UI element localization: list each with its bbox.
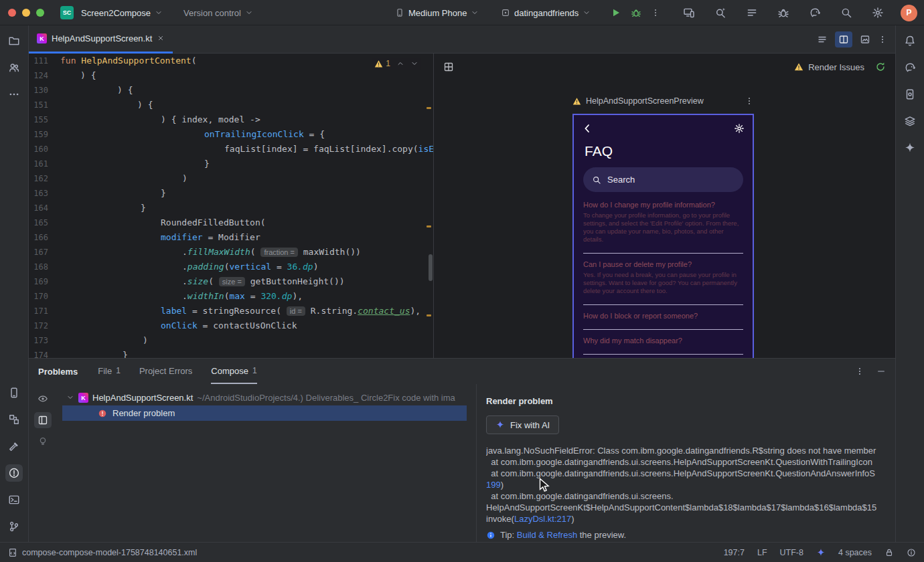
debug-button[interactable] xyxy=(631,7,641,18)
device-manager-icon[interactable] xyxy=(901,86,919,103)
code-line-174[interactable]: 174} xyxy=(29,348,433,358)
code-line-163[interactable]: 163} xyxy=(29,186,433,201)
code-line-169[interactable]: 169.size( size = getButtonHeight()) xyxy=(29,274,433,289)
profiler-icon[interactable] xyxy=(775,4,792,21)
close-window-button[interactable] xyxy=(8,9,16,17)
file-encoding[interactable]: UTF-8 xyxy=(780,548,803,557)
cursor-position[interactable]: 197:7 xyxy=(724,548,745,557)
project-selector[interactable]: Screen2Compose xyxy=(78,5,165,21)
gradle-icon[interactable] xyxy=(806,4,824,21)
editor-scrollbar[interactable] xyxy=(429,254,433,281)
lock-icon[interactable] xyxy=(884,548,894,557)
ai-status-icon[interactable] xyxy=(816,548,826,557)
warning-stripe-mark[interactable] xyxy=(427,225,431,227)
bell-icon[interactable] xyxy=(901,32,919,50)
code-line-171[interactable]: 171label = stringResource( id = R.string… xyxy=(29,304,433,318)
gemini-icon[interactable] xyxy=(901,139,919,157)
editor-options-icon[interactable] xyxy=(878,35,887,44)
more-icon[interactable] xyxy=(5,86,23,103)
hide-panel-icon[interactable] xyxy=(876,367,886,376)
fix-with-ai-button[interactable]: Fix with AI xyxy=(486,415,559,434)
macos-traffic-lights[interactable] xyxy=(8,9,44,17)
preview-layout-icon[interactable] xyxy=(443,62,454,72)
minimize-window-button[interactable] xyxy=(22,9,30,17)
build-icon[interactable] xyxy=(5,438,23,455)
tab-project-errors[interactable]: Project Errors xyxy=(139,359,192,384)
problems-icon[interactable] xyxy=(5,464,23,482)
run-configuration-selector[interactable]: datingandfriends xyxy=(498,5,593,21)
statusbar-file-widget[interactable]: compose-compose-model-1758748140651.xml xyxy=(8,548,197,557)
faq-item[interactable]: How do I block or report someone? xyxy=(583,312,743,330)
code-line-124[interactable]: 124) { xyxy=(29,68,433,83)
search-icon[interactable] xyxy=(838,4,855,21)
next-issue-icon[interactable] xyxy=(410,60,418,68)
code-line-165[interactable]: 165RoundedFilledButton( xyxy=(29,215,433,230)
more-actions-icon[interactable] xyxy=(651,8,660,17)
warning-stripe-mark[interactable] xyxy=(427,107,431,109)
indent-widget[interactable]: 4 spaces xyxy=(838,548,872,557)
code-line-172[interactable]: 172onClick = contactUsOnClick xyxy=(29,318,433,333)
code-line-155[interactable]: 155) { index, model -> xyxy=(29,112,433,127)
ai-search-icon[interactable] xyxy=(712,4,729,21)
code-line-167[interactable]: 167.fillMaxWidth( fraction = maxWidth()) xyxy=(29,245,433,260)
code-line-130[interactable]: 130) { xyxy=(29,83,433,98)
chevron-down-icon[interactable] xyxy=(66,393,74,401)
render-issues-button[interactable]: Render Issues xyxy=(794,62,864,72)
preview-frame[interactable]: FAQ Search How do I change my profile in… xyxy=(572,114,754,358)
preview-toggle-button[interactable] xyxy=(34,391,52,407)
tab-file[interactable]: File1 xyxy=(98,359,121,384)
inspection-widget[interactable]: 1 xyxy=(372,58,421,70)
inspection-icon[interactable] xyxy=(5,411,23,428)
code-line-173[interactable]: 173) xyxy=(29,333,433,348)
terminal-icon[interactable] xyxy=(5,491,23,508)
zoom-window-button[interactable] xyxy=(36,9,44,17)
faq-item[interactable]: Can I pause or delete my profile?Yes. If… xyxy=(583,260,743,305)
quick-fix-button[interactable] xyxy=(34,434,52,450)
stack-trace-link[interactable]: LazyDsl.kt:217 xyxy=(514,514,571,524)
faq-search-bar[interactable]: Search xyxy=(583,167,743,192)
device-selector[interactable]: Medium Phone xyxy=(392,5,481,21)
line-separator[interactable]: LF xyxy=(757,548,767,557)
previous-issue-icon[interactable] xyxy=(396,60,404,68)
code-line-164[interactable]: 164} xyxy=(29,201,433,215)
list-icon[interactable] xyxy=(743,4,761,21)
monitor-icon[interactable] xyxy=(680,4,698,21)
tab-compose[interactable]: Compose1 xyxy=(211,359,256,384)
code-view-button[interactable] xyxy=(814,31,831,48)
panel-options-icon[interactable] xyxy=(855,367,864,376)
code-line-161[interactable]: 161} xyxy=(29,157,433,171)
stack-trace-link[interactable]: 199 xyxy=(486,480,501,490)
settings-gear-icon[interactable] xyxy=(734,123,745,134)
faq-item[interactable]: Why did my match disappear? xyxy=(583,337,743,355)
build-refresh-icon[interactable] xyxy=(875,62,886,72)
faq-item[interactable]: How do I change my profile information?T… xyxy=(583,201,743,254)
preview-options-icon[interactable] xyxy=(745,96,754,106)
gear-icon[interactable] xyxy=(869,4,887,21)
split-view-button[interactable] xyxy=(835,31,852,48)
device-icon[interactable] xyxy=(5,384,23,401)
render-problem-node[interactable]: Render problem xyxy=(62,405,467,421)
code-line-166[interactable]: 166modifier = Modifier xyxy=(29,230,433,245)
close-icon[interactable] xyxy=(157,34,165,42)
folder-icon[interactable] xyxy=(5,32,23,50)
users-icon[interactable] xyxy=(5,59,23,76)
code-line-170[interactable]: 170.widthIn(max = 320.dp), xyxy=(29,289,433,304)
vcs-icon[interactable] xyxy=(5,518,23,535)
code-line-160[interactable]: 160faqList[index] = faqList[index].copy(… xyxy=(29,142,433,157)
build-refresh-link[interactable]: Build & Refresh xyxy=(517,530,577,540)
warning-stripe-mark[interactable] xyxy=(427,314,431,316)
code-line-162[interactable]: 162) xyxy=(29,171,433,186)
code-line-168[interactable]: 168.padding(vertical = 36.dp) xyxy=(29,260,433,274)
gradle-icon[interactable] xyxy=(901,59,919,76)
code-line-159[interactable]: 159onTrailingIconClick = { xyxy=(29,127,433,142)
status-info-icon[interactable] xyxy=(907,548,916,557)
run-button[interactable] xyxy=(611,7,621,18)
code-line-151[interactable]: 151) { xyxy=(29,98,433,112)
details-toggle-button[interactable] xyxy=(34,412,52,428)
problems-file-node[interactable]: K HelpAndSupportScreen.kt ~/AndroidStudi… xyxy=(57,389,476,405)
design-view-button[interactable] xyxy=(856,31,874,48)
avatar[interactable]: P xyxy=(901,5,917,21)
tab-helpandsupportscreen[interactable]: K HelpAndSupportScreen.kt xyxy=(29,25,173,54)
layers-icon[interactable] xyxy=(901,112,919,130)
vcs-widget[interactable]: Version control xyxy=(181,5,256,21)
